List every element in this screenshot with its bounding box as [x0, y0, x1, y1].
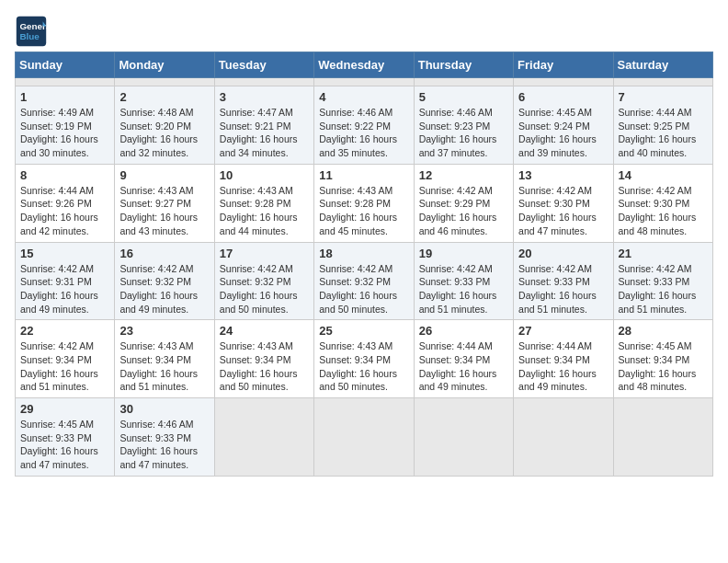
calendar-cell: 14Sunrise: 4:42 AM Sunset: 9:30 PM Dayli… [613, 164, 712, 242]
day-number: 23 [119, 324, 209, 338]
day-header-wednesday: Wednesday [314, 52, 414, 78]
day-content: Sunrise: 4:47 AM Sunset: 9:21 PM Dayligh… [220, 106, 309, 160]
day-content: Sunrise: 4:42 AM Sunset: 9:30 PM Dayligh… [619, 184, 708, 238]
day-header-thursday: Thursday [414, 52, 513, 78]
calendar-cell [414, 398, 513, 477]
calendar-header: SundayMondayTuesdayWednesdayThursdayFrid… [16, 52, 713, 78]
day-number: 30 [119, 402, 209, 416]
calendar-cell: 15Sunrise: 4:42 AM Sunset: 9:31 PM Dayli… [16, 242, 115, 320]
calendar-week-4: 22Sunrise: 4:42 AM Sunset: 9:34 PM Dayli… [16, 320, 713, 398]
calendar-cell: 7Sunrise: 4:44 AM Sunset: 9:25 PM Daylig… [613, 86, 712, 165]
day-content: Sunrise: 4:44 AM Sunset: 9:26 PM Dayligh… [20, 184, 109, 238]
day-number: 16 [119, 247, 209, 260]
day-content: Sunrise: 4:42 AM Sunset: 9:34 PM Dayligh… [20, 339, 109, 394]
calendar-cell: 25Sunrise: 4:43 AM Sunset: 9:34 PM Dayli… [314, 320, 414, 398]
day-number: 17 [220, 247, 309, 260]
day-header-tuesday: Tuesday [214, 52, 313, 78]
day-number: 21 [619, 247, 708, 260]
day-number: 3 [220, 90, 309, 104]
day-content: Sunrise: 4:46 AM Sunset: 9:22 PM Dayligh… [319, 106, 408, 160]
calendar-cell: 23Sunrise: 4:43 AM Sunset: 9:34 PM Dayli… [115, 320, 214, 398]
day-number: 28 [619, 324, 708, 338]
day-number: 24 [220, 324, 309, 338]
calendar-body: 1Sunrise: 4:49 AM Sunset: 9:19 PM Daylig… [16, 78, 713, 477]
day-number: 25 [319, 324, 408, 338]
calendar-cell: 12Sunrise: 4:42 AM Sunset: 9:29 PM Dayli… [414, 164, 513, 242]
day-number: 1 [20, 90, 109, 104]
calendar-cell: 28Sunrise: 4:45 AM Sunset: 9:34 PM Dayli… [613, 320, 712, 398]
day-content: Sunrise: 4:43 AM Sunset: 9:28 PM Dayligh… [319, 184, 408, 238]
calendar-week-0 [16, 78, 713, 86]
day-number: 13 [518, 168, 608, 182]
day-number: 18 [319, 247, 408, 260]
day-content: Sunrise: 4:42 AM Sunset: 9:30 PM Dayligh… [518, 184, 608, 238]
day-number: 22 [20, 324, 109, 338]
day-number: 12 [419, 168, 508, 182]
calendar-cell [514, 398, 613, 477]
day-content: Sunrise: 4:42 AM Sunset: 9:32 PM Dayligh… [119, 262, 209, 316]
day-content: Sunrise: 4:46 AM Sunset: 9:23 PM Dayligh… [419, 106, 508, 160]
day-content: Sunrise: 4:42 AM Sunset: 9:33 PM Dayligh… [619, 262, 708, 316]
day-number: 26 [419, 324, 508, 338]
calendar-cell: 4Sunrise: 4:46 AM Sunset: 9:22 PM Daylig… [314, 86, 414, 165]
calendar-cell: 22Sunrise: 4:42 AM Sunset: 9:34 PM Dayli… [16, 320, 115, 398]
day-number: 8 [20, 168, 109, 182]
calendar-cell [214, 78, 313, 86]
day-content: Sunrise: 4:44 AM Sunset: 9:34 PM Dayligh… [518, 339, 608, 394]
calendar-table: SundayMondayTuesdayWednesdayThursdayFrid… [15, 52, 713, 477]
calendar-cell: 16Sunrise: 4:42 AM Sunset: 9:32 PM Dayli… [115, 242, 214, 320]
logo: General Blue [15, 15, 51, 48]
day-number: 20 [518, 247, 608, 260]
calendar-cell: 9Sunrise: 4:43 AM Sunset: 9:27 PM Daylig… [115, 164, 214, 242]
svg-text:Blue: Blue [19, 31, 40, 41]
calendar-cell: 6Sunrise: 4:45 AM Sunset: 9:24 PM Daylig… [514, 86, 613, 165]
day-number: 29 [20, 402, 109, 416]
day-content: Sunrise: 4:43 AM Sunset: 9:34 PM Dayligh… [220, 339, 309, 394]
day-content: Sunrise: 4:43 AM Sunset: 9:27 PM Dayligh… [119, 184, 209, 238]
day-number: 11 [319, 168, 408, 182]
day-header-saturday: Saturday [613, 52, 712, 78]
day-number: 2 [119, 90, 209, 104]
calendar-week-2: 8Sunrise: 4:44 AM Sunset: 9:26 PM Daylig… [16, 164, 713, 242]
calendar-cell: 19Sunrise: 4:42 AM Sunset: 9:33 PM Dayli… [414, 242, 513, 320]
day-header-monday: Monday [115, 52, 214, 78]
day-content: Sunrise: 4:49 AM Sunset: 9:19 PM Dayligh… [20, 106, 109, 160]
calendar-cell: 30Sunrise: 4:46 AM Sunset: 9:33 PM Dayli… [115, 398, 214, 477]
day-content: Sunrise: 4:42 AM Sunset: 9:31 PM Dayligh… [20, 262, 109, 316]
calendar-cell: 18Sunrise: 4:42 AM Sunset: 9:32 PM Dayli… [314, 242, 414, 320]
day-content: Sunrise: 4:45 AM Sunset: 9:34 PM Dayligh… [619, 339, 708, 394]
calendar-cell [214, 398, 313, 477]
page-header: General Blue [15, 15, 713, 48]
day-number: 14 [619, 168, 708, 182]
day-content: Sunrise: 4:42 AM Sunset: 9:29 PM Dayligh… [419, 184, 508, 238]
calendar-cell [314, 78, 414, 86]
day-content: Sunrise: 4:44 AM Sunset: 9:34 PM Dayligh… [419, 339, 508, 394]
day-content: Sunrise: 4:46 AM Sunset: 9:33 PM Dayligh… [119, 418, 209, 472]
header-row: SundayMondayTuesdayWednesdayThursdayFrid… [16, 52, 713, 78]
day-number: 6 [518, 90, 608, 104]
day-header-sunday: Sunday [16, 52, 115, 78]
calendar-cell: 27Sunrise: 4:44 AM Sunset: 9:34 PM Dayli… [514, 320, 613, 398]
day-number: 27 [518, 324, 608, 338]
calendar-cell: 10Sunrise: 4:43 AM Sunset: 9:28 PM Dayli… [214, 164, 313, 242]
day-number: 4 [319, 90, 408, 104]
day-content: Sunrise: 4:42 AM Sunset: 9:32 PM Dayligh… [319, 262, 408, 316]
calendar-cell [16, 78, 115, 86]
day-content: Sunrise: 4:44 AM Sunset: 9:25 PM Dayligh… [619, 106, 708, 160]
calendar-cell [613, 398, 712, 477]
calendar-cell: 21Sunrise: 4:42 AM Sunset: 9:33 PM Dayli… [613, 242, 712, 320]
calendar-cell: 26Sunrise: 4:44 AM Sunset: 9:34 PM Dayli… [414, 320, 513, 398]
calendar-cell: 13Sunrise: 4:42 AM Sunset: 9:30 PM Dayli… [514, 164, 613, 242]
day-content: Sunrise: 4:43 AM Sunset: 9:34 PM Dayligh… [119, 339, 209, 394]
calendar-cell: 2Sunrise: 4:48 AM Sunset: 9:20 PM Daylig… [115, 86, 214, 165]
calendar-cell: 17Sunrise: 4:42 AM Sunset: 9:32 PM Dayli… [214, 242, 313, 320]
day-number: 19 [419, 247, 508, 260]
calendar-cell: 3Sunrise: 4:47 AM Sunset: 9:21 PM Daylig… [214, 86, 313, 165]
day-header-friday: Friday [514, 52, 613, 78]
calendar-cell [514, 78, 613, 86]
day-content: Sunrise: 4:43 AM Sunset: 9:28 PM Dayligh… [220, 184, 309, 238]
calendar-cell: 11Sunrise: 4:43 AM Sunset: 9:28 PM Dayli… [314, 164, 414, 242]
calendar-cell [314, 398, 414, 477]
calendar-cell: 29Sunrise: 4:45 AM Sunset: 9:33 PM Dayli… [16, 398, 115, 477]
day-number: 5 [419, 90, 508, 104]
